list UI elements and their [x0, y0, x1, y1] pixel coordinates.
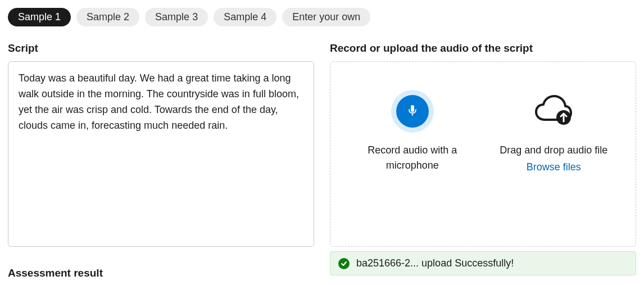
sample-tabs: Sample 1 Sample 2 Sample 3 Sample 4 Ente…	[8, 8, 636, 26]
microphone-icon	[406, 103, 419, 119]
tab-enter-own[interactable]: Enter your own	[282, 8, 370, 26]
record-caption: Record audio with a microphone	[349, 143, 476, 173]
record-option: Record audio with a microphone	[349, 90, 476, 173]
browse-files-link[interactable]: Browse files	[527, 161, 581, 173]
svg-rect-0	[411, 105, 414, 112]
tab-sample-4[interactable]: Sample 4	[214, 8, 276, 26]
upload-dropzone[interactable]: Record audio with a microphone Drag and …	[330, 61, 636, 247]
script-textarea[interactable]	[8, 61, 314, 247]
upload-option: Drag and drop audio file Browse files	[490, 90, 617, 173]
upload-label: Record or upload the audio of the script	[330, 42, 636, 55]
drop-caption: Drag and drop audio file	[500, 143, 607, 158]
success-check-icon	[338, 258, 350, 269]
tab-sample-3[interactable]: Sample 3	[145, 8, 208, 26]
record-button[interactable]	[391, 90, 434, 133]
upload-status: ba251666-2... upload Successfully!	[330, 251, 636, 275]
cloud-upload-icon	[534, 95, 573, 128]
tab-sample-2[interactable]: Sample 2	[76, 8, 139, 26]
script-label: Script	[8, 42, 314, 55]
tab-sample-1[interactable]: Sample 1	[8, 8, 71, 26]
status-message: ba251666-2... upload Successfully!	[356, 257, 514, 269]
assessment-result-label: Assessment result	[8, 267, 314, 279]
